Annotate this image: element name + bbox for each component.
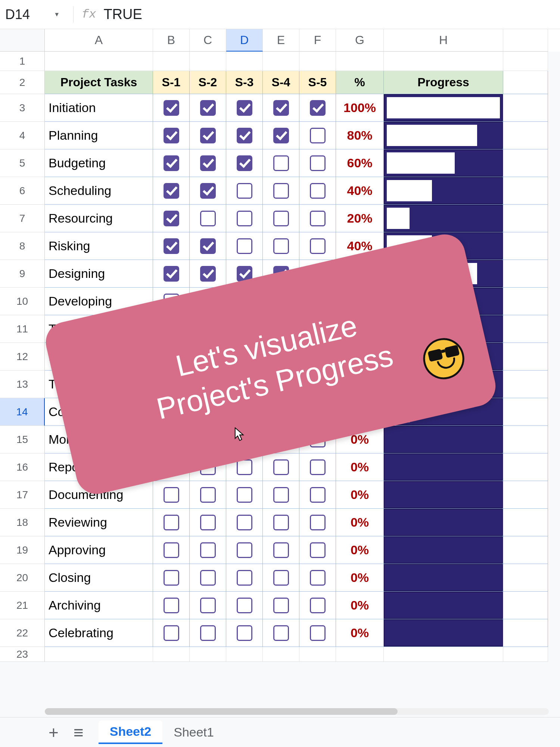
- checkbox-cell[interactable]: [190, 94, 226, 122]
- checkbox-icon[interactable]: [164, 100, 179, 116]
- checkbox-cell[interactable]: [190, 177, 226, 205]
- cell-blank[interactable]: [503, 94, 548, 122]
- checkbox-icon[interactable]: [200, 238, 216, 254]
- checkbox-cell[interactable]: [226, 122, 263, 149]
- checkbox-icon[interactable]: [310, 155, 326, 171]
- checkbox-icon[interactable]: [310, 570, 326, 586]
- header-s3[interactable]: S-3: [226, 71, 263, 94]
- cell-B1[interactable]: [153, 52, 190, 71]
- row-header-23[interactable]: 23: [0, 647, 45, 662]
- checkbox-icon[interactable]: [273, 598, 289, 613]
- checkbox-icon[interactable]: [237, 487, 252, 503]
- checkbox-cell[interactable]: [153, 149, 190, 177]
- checkbox-cell[interactable]: [263, 509, 299, 536]
- cell-C23[interactable]: [190, 647, 226, 662]
- checkbox-icon[interactable]: [164, 598, 179, 613]
- checkbox-cell[interactable]: [299, 481, 336, 509]
- cell-blank[interactable]: [503, 288, 548, 315]
- checkbox-icon[interactable]: [200, 570, 216, 586]
- checkbox-cell[interactable]: [299, 509, 336, 536]
- checkbox-cell[interactable]: [153, 481, 190, 509]
- cell-A23[interactable]: [45, 647, 153, 662]
- cell-blank[interactable]: [503, 177, 548, 205]
- progress-cell[interactable]: [384, 205, 503, 232]
- checkbox-icon[interactable]: [237, 100, 252, 116]
- checkbox-cell[interactable]: [226, 536, 263, 564]
- header-percent[interactable]: %: [336, 71, 384, 94]
- task-name-cell[interactable]: Reviewing: [45, 509, 153, 536]
- row-header-16[interactable]: 16: [0, 453, 45, 481]
- col-header-G[interactable]: G: [336, 29, 384, 52]
- checkbox-icon[interactable]: [200, 155, 216, 171]
- task-name-cell[interactable]: Archiving: [45, 592, 153, 619]
- cell-F23[interactable]: [299, 647, 336, 662]
- checkbox-icon[interactable]: [164, 570, 179, 586]
- checkbox-icon[interactable]: [273, 625, 289, 641]
- progress-cell[interactable]: [384, 453, 503, 481]
- header-s1[interactable]: S-1: [153, 71, 190, 94]
- checkbox-cell[interactable]: [153, 232, 190, 260]
- checkbox-icon[interactable]: [164, 487, 179, 503]
- row-header-18[interactable]: 18: [0, 509, 45, 536]
- checkbox-cell[interactable]: [263, 177, 299, 205]
- checkbox-cell[interactable]: [190, 564, 226, 592]
- checkbox-cell[interactable]: [190, 509, 226, 536]
- cell-blank[interactable]: [503, 122, 548, 149]
- percent-cell[interactable]: 0%: [336, 564, 384, 592]
- cell-blank[interactable]: [503, 343, 548, 371]
- checkbox-icon[interactable]: [200, 598, 216, 613]
- checkbox-icon[interactable]: [273, 542, 289, 558]
- checkbox-cell[interactable]: [153, 509, 190, 536]
- cell-blank[interactable]: [503, 592, 548, 619]
- header-s4[interactable]: S-4: [263, 71, 299, 94]
- checkbox-icon[interactable]: [200, 183, 216, 199]
- percent-cell[interactable]: 60%: [336, 149, 384, 177]
- task-name-cell[interactable]: Approving: [45, 536, 153, 564]
- row-header-17[interactable]: 17: [0, 481, 45, 509]
- cell-blank[interactable]: [503, 205, 548, 232]
- checkbox-cell[interactable]: [226, 592, 263, 619]
- checkbox-icon[interactable]: [237, 625, 252, 641]
- task-name-cell[interactable]: Risking: [45, 232, 153, 260]
- checkbox-icon[interactable]: [310, 487, 326, 503]
- checkbox-icon[interactable]: [310, 128, 326, 143]
- checkbox-cell[interactable]: [299, 205, 336, 232]
- checkbox-icon[interactable]: [200, 100, 216, 116]
- checkbox-icon[interactable]: [310, 542, 326, 558]
- cell-blank[interactable]: [503, 453, 548, 481]
- horizontal-scrollbar[interactable]: [45, 708, 549, 715]
- percent-cell[interactable]: 0%: [336, 481, 384, 509]
- checkbox-icon[interactable]: [164, 238, 179, 254]
- checkbox-cell[interactable]: [263, 149, 299, 177]
- checkbox-cell[interactable]: [153, 177, 190, 205]
- row-header-3[interactable]: 3: [0, 94, 45, 122]
- task-name-cell[interactable]: Designing: [45, 260, 153, 288]
- checkbox-cell[interactable]: [226, 94, 263, 122]
- checkbox-cell[interactable]: [190, 122, 226, 149]
- cell-blank-23[interactable]: [503, 647, 548, 662]
- checkbox-cell[interactable]: [190, 232, 226, 260]
- cell-D23[interactable]: [226, 647, 263, 662]
- checkbox-icon[interactable]: [273, 155, 289, 171]
- checkbox-icon[interactable]: [310, 100, 326, 116]
- col-header-A[interactable]: A: [45, 29, 153, 52]
- checkbox-icon[interactable]: [237, 238, 252, 254]
- progress-cell[interactable]: [384, 481, 503, 509]
- checkbox-icon[interactable]: [273, 128, 289, 143]
- task-name-cell[interactable]: Planning: [45, 122, 153, 149]
- checkbox-cell[interactable]: [299, 453, 336, 481]
- checkbox-cell[interactable]: [263, 481, 299, 509]
- progress-cell[interactable]: [384, 564, 503, 592]
- progress-cell[interactable]: [384, 94, 503, 122]
- cell-E1[interactable]: [263, 52, 299, 71]
- checkbox-cell[interactable]: [299, 232, 336, 260]
- header-s2[interactable]: S-2: [190, 71, 226, 94]
- checkbox-cell[interactable]: [153, 94, 190, 122]
- checkbox-cell[interactable]: [226, 509, 263, 536]
- row-header-11[interactable]: 11: [0, 315, 45, 343]
- cell-A1[interactable]: [45, 52, 153, 71]
- checkbox-icon[interactable]: [310, 238, 326, 254]
- header-progress[interactable]: Progress: [384, 71, 503, 94]
- cell-blank[interactable]: [503, 509, 548, 536]
- checkbox-icon[interactable]: [237, 542, 252, 558]
